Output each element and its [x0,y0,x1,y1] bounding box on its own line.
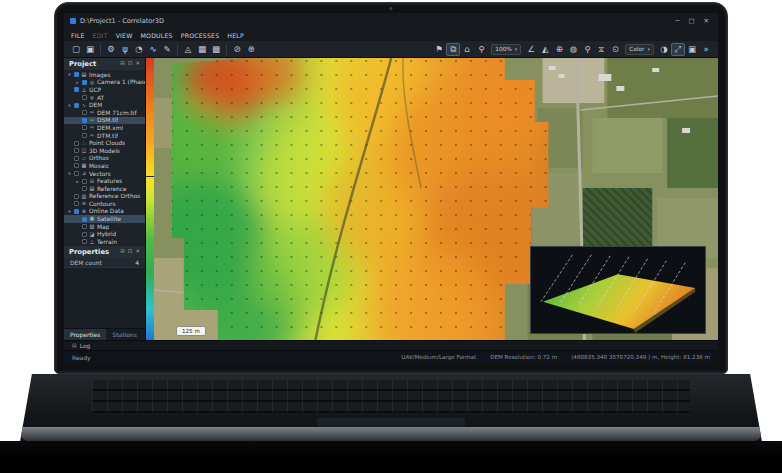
orthorectification-icon[interactable]: ✎ [160,43,174,56]
layers-tool-icon[interactable]: ⧉ [446,43,460,56]
tree-item[interactable]: ▾ ∿ DEM [64,101,145,109]
layer-checkbox[interactable] [74,163,79,168]
layer-checkbox[interactable] [74,194,79,199]
tree-item[interactable]: ▤ Reference [64,185,145,193]
tree-item[interactable]: ▾ ⊿ Vectors [64,170,145,178]
layer-checkbox[interactable] [74,171,79,176]
minimize-button[interactable]: ─ [675,18,679,25]
layer-checkbox[interactable] [82,118,87,123]
tree-item[interactable]: ≋ Contours [64,200,145,208]
dock-panel-icon[interactable]: ⊟ [120,249,125,255]
snapshot-icon[interactable]: ▣ [685,43,699,56]
tree-item[interactable]: ▣ Satellite [64,215,145,223]
tree-item[interactable]: ≈ DEM.xml [64,124,145,132]
layer-checkbox[interactable] [82,232,87,237]
layer-checkbox[interactable] [82,125,87,130]
settings-icon[interactable]: ⚙ [104,43,118,56]
layer-checkbox[interactable] [82,133,87,138]
layer-checkbox[interactable] [82,224,87,229]
history-icon[interactable]: ⧖ [594,43,608,56]
panel-tab[interactable]: Stations [106,329,142,340]
tree-item[interactable]: ◫ 3D Models [64,147,145,155]
tree-item[interactable]: ◬ GCP [64,86,145,94]
angle-measure-icon[interactable]: ∠ [524,43,538,56]
tree-item[interactable]: ▾ ⊕ Online Data [64,208,145,216]
aerial-triangulation-icon[interactable]: ψ [118,43,132,56]
zoom-tool-icon[interactable]: ⚲ [474,43,488,56]
menu-item[interactable]: HELP [227,32,244,39]
float-panel-icon[interactable]: ⊡ [128,249,133,255]
tiling-icon[interactable]: ▦ [195,43,209,56]
layer-checkbox[interactable] [82,110,87,115]
fullscreen-icon[interactable]: ⤢ [671,43,685,56]
layer-checkbox[interactable] [82,179,87,184]
dem-editing-icon[interactable]: ∿ [146,43,160,56]
tree-item[interactable]: ≈ DTM.tif [64,132,145,140]
layer-checkbox[interactable] [82,217,87,222]
close-panel-icon[interactable]: ✕ [135,61,140,67]
menu-item[interactable]: VIEW [116,32,133,39]
gcp-marker-tool-icon[interactable]: ⚑ [432,43,446,56]
open-project-icon[interactable]: ▣ [83,43,97,56]
tree-item[interactable]: ≈ DEM 71cm.tif [64,109,145,117]
mosaic-icon[interactable]: ◬ [181,43,195,56]
inspection-icon[interactable]: ⊘ [230,43,244,56]
zoom-level-select[interactable]: 100% ▾ [491,44,521,55]
layer-checkbox[interactable] [82,95,87,100]
layer-checkbox[interactable] [74,72,79,77]
new-project-icon[interactable]: ▢ [69,43,83,56]
tree-item[interactable]: △ Terrain [64,238,145,246]
layer-checkbox[interactable] [74,103,79,108]
3d-preview-inset[interactable] [530,246,706,334]
float-panel-icon[interactable]: ⊡ [128,61,133,67]
tree-item[interactable]: ▧ Map [64,223,145,231]
log-bar[interactable]: ▤ Log [64,340,718,350]
display-mode-select[interactable]: Color ▾ [625,44,654,55]
tree-item[interactable]: ▥ Reference Orthos [64,193,145,201]
contrast-icon[interactable]: ◑ [657,43,671,56]
panel-tab[interactable]: Properties [64,329,106,340]
menu-item[interactable]: FILE [71,32,85,39]
tree-item[interactable]: ∴ Point Clouds [64,139,145,147]
layer-checkbox[interactable] [74,209,79,214]
menu-item[interactable]: EDIT [93,32,108,39]
script-icon[interactable]: ⊛ [244,43,258,56]
globe-3d-icon[interactable]: ◍ [566,43,580,56]
tree-item[interactable]: ▸ ⊞ Features [64,177,145,185]
layer-checkbox[interactable] [74,141,79,146]
dem-extraction-icon[interactable]: ◔ [132,43,146,56]
index-map-icon[interactable]: ▩ [209,43,223,56]
maximize-button[interactable]: ▢ [688,18,694,25]
menu-item[interactable]: PROCESSES [181,32,220,39]
expander-icon[interactable]: ▸ [75,80,80,85]
expander-icon[interactable]: ▾ [67,209,72,214]
sphere-view-icon[interactable]: ⊙ [608,43,622,56]
layer-checkbox[interactable] [74,87,79,92]
close-panel-icon[interactable]: ✕ [135,249,140,255]
expander-icon[interactable]: ▾ [67,72,72,77]
tree-item[interactable]: ψ AT [64,94,145,102]
elevation-measure-icon[interactable]: ◭ [538,43,552,56]
map-viewport[interactable]: 125 m [154,58,718,340]
zoom-region-icon[interactable]: ⊕ [552,43,566,56]
layer-checkbox[interactable] [82,80,87,85]
layer-checkbox[interactable] [74,201,79,206]
layer-checkbox[interactable] [74,148,79,153]
tree-item[interactable]: ≈ DSM.tif [64,117,145,125]
tree-item[interactable]: ◪ Hybrid [64,230,145,238]
layer-checkbox[interactable] [82,186,87,191]
expander-icon[interactable]: ▾ [67,171,72,176]
tree-item[interactable]: ▸ ◎ Camera 1 (Phase One iXM) [64,79,145,87]
overflow-icon[interactable]: » [699,43,713,56]
tree-item[interactable]: ▾ ▤ Images [64,71,145,79]
layer-checkbox[interactable] [82,239,87,244]
expander-icon[interactable]: ▸ [75,179,80,184]
expander-icon[interactable]: ▾ [67,103,72,108]
tree-item[interactable]: ▱ Orthos [64,155,145,163]
close-button[interactable]: ✕ [704,18,709,25]
dock-panel-icon[interactable]: ⊟ [120,61,125,67]
home-view-icon[interactable]: ⌂ [460,43,474,56]
layer-checkbox[interactable] [74,156,79,161]
marker-drop-icon[interactable]: ⚲ [580,43,594,56]
menu-item[interactable]: MODULES [141,32,173,39]
